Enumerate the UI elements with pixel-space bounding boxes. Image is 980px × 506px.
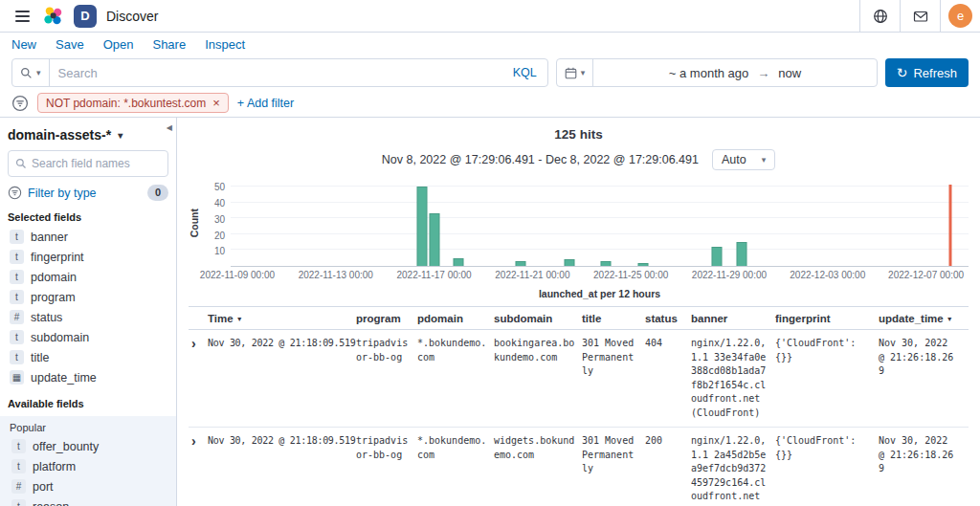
histogram-bar[interactable] xyxy=(564,259,574,266)
gridline xyxy=(231,202,969,203)
popular-heading: Popular xyxy=(10,422,167,433)
field-name: status xyxy=(31,311,62,324)
field-item-title[interactable]: ttitle xyxy=(8,347,168,367)
cell-update_time: Nov 30, 2022 @ 21:26:18.269 xyxy=(879,434,961,476)
help-globe-icon[interactable] xyxy=(859,0,900,32)
histogram-bar[interactable] xyxy=(515,261,525,266)
histogram-bar[interactable] xyxy=(416,187,427,266)
field-item-fingerprint[interactable]: tfingerprint xyxy=(8,247,168,267)
field-type-string-icon: t xyxy=(10,230,24,244)
field-name: platform xyxy=(33,460,76,473)
chevron-down-icon: ▾ xyxy=(118,130,122,141)
available-fields-heading: Available fields xyxy=(8,398,168,409)
field-name: offer_bounty xyxy=(33,440,99,453)
field-type-string-icon: t xyxy=(10,290,24,304)
interval-select[interactable]: Auto ▾ xyxy=(712,149,775,170)
interval-value: Auto xyxy=(722,153,746,166)
menu-item-share[interactable]: Share xyxy=(152,37,186,52)
menu-item-new[interactable]: New xyxy=(11,37,36,52)
field-name: update_time xyxy=(31,371,97,385)
saved-query-menu-button[interactable]: ▾ xyxy=(12,59,50,86)
column-header-banner[interactable]: banner xyxy=(691,313,775,324)
field-item-platform[interactable]: tplatform xyxy=(10,456,167,476)
filter-by-type-label: Filter by type xyxy=(28,187,97,200)
field-search xyxy=(8,150,168,177)
cell-subdomain: bookingarea.bokundemo.com xyxy=(494,337,582,364)
calendar-dropdown-button[interactable]: ▾ xyxy=(557,59,594,86)
histogram-bar[interactable] xyxy=(736,242,746,266)
date-range-end[interactable]: now xyxy=(778,66,801,80)
field-name: reason xyxy=(33,500,69,506)
x-tick-label: 2022-11-25 00:00 xyxy=(593,270,668,280)
histogram-bar[interactable] xyxy=(454,258,464,266)
menu-item-open[interactable]: Open xyxy=(103,37,134,52)
table-header-row: Time▼programpdomainsubdomaintitlestatusb… xyxy=(189,307,969,330)
chevron-down-icon: ▾ xyxy=(581,68,586,77)
column-header-update_time[interactable]: update_time▼ xyxy=(879,313,961,324)
menu-item-inspect[interactable]: Inspect xyxy=(205,37,245,52)
column-header-program[interactable]: program xyxy=(356,313,417,324)
menu-item-save[interactable]: Save xyxy=(56,37,84,52)
filter-by-type-button[interactable]: Filter by type 0 xyxy=(8,185,168,201)
chart-header: Nov 8, 2022 @ 17:29:06.491 - Dec 8, 2022… xyxy=(189,149,969,170)
filter-pill-negated[interactable]: NOT pdomain: *.bokuntest.com × xyxy=(37,93,229,113)
column-header-title[interactable]: title xyxy=(582,313,645,324)
filter-menu-icon[interactable] xyxy=(11,95,29,112)
x-axis-ticks: 2022-11-09 00:002022-11-13 00:002022-11-… xyxy=(231,270,969,283)
date-range-start[interactable]: ~ a month ago xyxy=(669,66,748,80)
field-type-string-icon: t xyxy=(11,439,26,453)
field-item-update_time[interactable]: ▦update_time xyxy=(8,367,168,387)
field-item-port[interactable]: #port xyxy=(10,476,167,496)
histogram-bar[interactable] xyxy=(638,263,649,266)
expand-row-button[interactable]: › xyxy=(189,434,208,448)
histogram-plot[interactable] xyxy=(231,179,969,267)
discover-main: 125hits Nov 8, 2022 @ 17:29:06.491 - Dec… xyxy=(177,118,980,506)
field-item-pdomain[interactable]: tpdomain xyxy=(8,267,168,287)
page-title: Discover xyxy=(106,9,158,24)
cell-status: 200 xyxy=(645,434,691,449)
collapse-sidebar-button[interactable]: ◀ xyxy=(164,121,175,135)
column-header-Time[interactable]: Time▼ xyxy=(208,313,356,324)
cell-subdomain: widgets.bokundemo.com xyxy=(494,434,582,462)
field-type-string-icon: t xyxy=(10,350,24,364)
cell-banner: nginx/1.22.0, 1.1 2a45d2b5ea9ef7dcb9d372… xyxy=(691,434,775,506)
column-header-status[interactable]: status xyxy=(645,313,691,324)
chevron-down-icon: ▾ xyxy=(762,155,767,165)
mail-icon[interactable] xyxy=(900,0,940,32)
elastic-logo-icon[interactable] xyxy=(43,6,64,27)
menu-hamburger-icon[interactable] xyxy=(11,7,33,26)
field-item-offer_bounty[interactable]: toffer_bounty xyxy=(10,436,167,456)
add-filter-button[interactable]: + Add filter xyxy=(237,97,294,110)
field-type-string-icon: t xyxy=(10,330,24,344)
field-item-banner[interactable]: tbanner xyxy=(8,227,168,247)
column-header-pdomain[interactable]: pdomain xyxy=(417,313,494,324)
column-header-subdomain[interactable]: subdomain xyxy=(494,313,582,324)
gridline xyxy=(231,217,969,218)
filter-remove-icon[interactable]: × xyxy=(212,97,220,109)
histogram-bar[interactable] xyxy=(429,213,439,266)
field-item-reason[interactable]: treason xyxy=(10,496,167,506)
field-name: port xyxy=(33,480,54,494)
user-avatar[interactable]: e xyxy=(948,4,972,28)
fields-sidebar: ◀ domain-assets-* ▾ Filter by type 0 Sel… xyxy=(0,118,177,506)
selected-fields-heading: Selected fields xyxy=(8,211,168,223)
cell-title: 301 Moved Permanently xyxy=(582,434,645,476)
user-menu: e xyxy=(940,0,980,32)
x-tick-label: 2022-11-09 00:00 xyxy=(200,270,275,280)
field-item-program[interactable]: tprogram xyxy=(8,287,168,307)
cell-program: tripadvisor-bb-og xyxy=(356,337,417,364)
query-language-button[interactable]: KQL xyxy=(502,66,547,79)
histogram-bar[interactable] xyxy=(601,261,612,266)
field-search-input[interactable] xyxy=(32,157,161,170)
histogram-bar[interactable] xyxy=(712,247,723,266)
field-item-status[interactable]: #status xyxy=(8,307,168,327)
search-input[interactable] xyxy=(50,59,502,86)
field-item-subdomain[interactable]: tsubdomain xyxy=(8,327,168,347)
refresh-button[interactable]: ↻ Refresh xyxy=(885,58,969,87)
column-header-fingerprint[interactable]: fingerprint xyxy=(775,313,879,324)
space-avatar[interactable]: D xyxy=(74,5,97,28)
x-tick-label: 2022-11-17 00:00 xyxy=(396,270,471,280)
index-pattern-select[interactable]: domain-assets-* ▾ xyxy=(8,127,168,143)
cell-title: 301 Moved Permanently xyxy=(582,337,645,379)
expand-row-button[interactable]: › xyxy=(189,337,208,350)
